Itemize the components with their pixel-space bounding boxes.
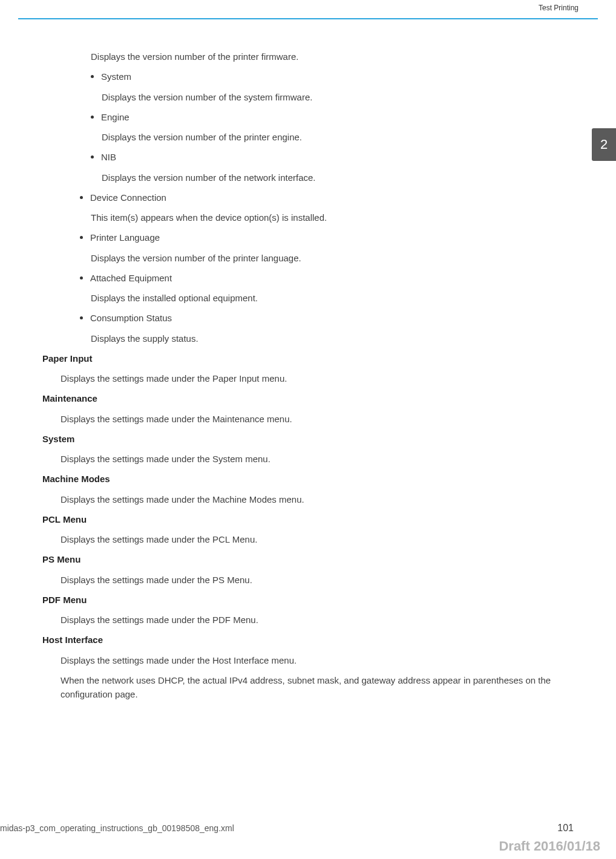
bullet-label: Consumption Status xyxy=(90,311,172,325)
section-heading-pcl-menu: PCL Menu xyxy=(42,512,574,526)
bullet-item-system: System xyxy=(91,70,574,83)
paragraph: Displays the version number of the print… xyxy=(91,50,574,64)
bullet-icon xyxy=(91,155,94,158)
section-heading-system: System xyxy=(42,432,574,446)
header-label: Test Printing xyxy=(539,4,578,12)
bullet-item-nib: NIB xyxy=(91,150,574,164)
section-heading-ps-menu: PS Menu xyxy=(42,552,574,566)
page-number: 101 xyxy=(557,823,574,834)
page-content: Displays the version number of the print… xyxy=(0,19,616,701)
section-tab: 2 xyxy=(592,128,616,161)
bullet-label: System xyxy=(101,70,131,83)
paragraph: Displays the settings made under the Mai… xyxy=(61,412,574,426)
paragraph: Displays the settings made under the Sys… xyxy=(61,452,574,466)
paragraph: Displays the version number of the print… xyxy=(91,251,574,265)
section-heading-pdf-menu: PDF Menu xyxy=(42,593,574,607)
paragraph: This item(s) appears when the device opt… xyxy=(91,211,574,224)
bullet-label: Device Connection xyxy=(90,191,166,204)
paragraph: Displays the settings made under the Hos… xyxy=(61,653,574,667)
paragraph: Displays the version number of the syste… xyxy=(102,90,574,104)
paragraph: Displays the settings made under the PCL… xyxy=(61,532,574,546)
bullet-label: Attached Equipment xyxy=(90,271,172,285)
bullet-icon xyxy=(91,75,94,78)
paragraph: Displays the installed optional equipmen… xyxy=(91,291,574,305)
paragraph: Displays the settings made under the PDF… xyxy=(61,613,574,627)
section-heading-machine-modes: Machine Modes xyxy=(42,472,574,486)
section-heading-paper-input: Paper Input xyxy=(42,351,574,365)
bullet-item-device-connection: Device Connection xyxy=(80,191,574,204)
bullet-icon xyxy=(80,316,83,319)
paragraph: Displays the version number of the print… xyxy=(102,130,574,144)
paragraph: Displays the supply status. xyxy=(91,332,574,345)
bullet-icon xyxy=(80,236,83,239)
bullet-icon xyxy=(91,116,94,119)
bullet-label: Printer Language xyxy=(90,230,160,244)
bullet-icon xyxy=(80,276,83,279)
section-heading-maintenance: Maintenance xyxy=(42,391,574,405)
paragraph: When the network uses DHCP, the actual I… xyxy=(61,673,557,702)
footer-source: midas-p3_com_operating_instructions_gb_0… xyxy=(0,823,234,833)
bullet-item-printer-language: Printer Language xyxy=(80,230,574,244)
paragraph: Displays the settings made under the Pap… xyxy=(61,371,574,385)
bullet-item-engine: Engine xyxy=(91,110,574,124)
bullet-label: Engine xyxy=(101,110,129,124)
draft-stamp: Draft 2016/01/18 xyxy=(499,838,600,854)
bullet-item-consumption-status: Consumption Status xyxy=(80,311,574,325)
section-heading-host-interface: Host Interface xyxy=(42,633,574,647)
bullet-icon xyxy=(80,196,83,199)
paragraph: Displays the settings made under the PS … xyxy=(61,573,574,587)
paragraph: Displays the version number of the netwo… xyxy=(102,171,574,185)
bullet-label: NIB xyxy=(101,150,116,164)
bullet-item-attached-equipment: Attached Equipment xyxy=(80,271,574,285)
page-footer: midas-p3_com_operating_instructions_gb_0… xyxy=(0,823,616,834)
paragraph: Displays the settings made under the Mac… xyxy=(61,492,574,506)
page-header: Test Printing xyxy=(18,0,598,19)
